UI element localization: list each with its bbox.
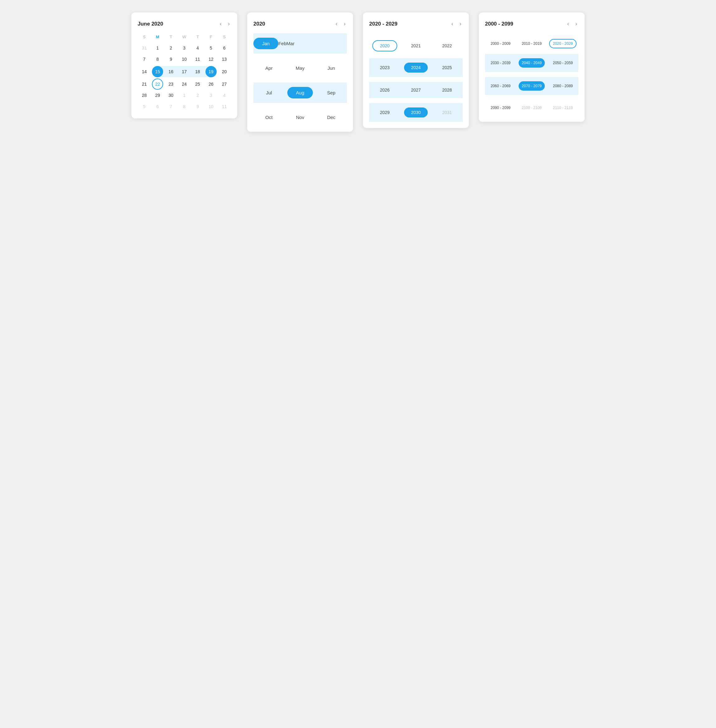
next-month-button[interactable]: › [227,20,231,28]
dow-mon: M [151,33,164,41]
month-apr[interactable]: Apr [253,60,285,76]
month-nov[interactable]: Nov [285,109,316,126]
year-2026[interactable]: 2026 [369,83,400,97]
year-2025[interactable]: 2025 [431,59,463,76]
day-7[interactable]: 7 [138,53,150,65]
next-decade-button[interactable]: › [458,20,463,28]
day-31-prev[interactable]: 31 [138,43,150,53]
day-9-next[interactable]: 9 [192,101,203,112]
next-century-button[interactable]: › [574,20,578,28]
day-12[interactable]: 12 [205,53,217,65]
year-2020[interactable]: 2020 [369,36,400,56]
century-2010-2019[interactable]: 2010 - 2019 [516,36,547,52]
prev-decade-button[interactable]: ‹ [450,20,455,28]
century-2000-2009[interactable]: 2000 - 2009 [485,36,516,52]
century-2060-2069[interactable]: 2060 - 2069 [485,78,516,94]
day-22[interactable]: 22 [152,79,163,90]
century-row-1: 2000 - 2009 2010 - 2019 2020 - 2029 [485,33,578,54]
month-jun[interactable]: Jun [316,60,347,76]
month-dec[interactable]: Dec [316,109,347,126]
dow-sun: S [138,33,151,41]
month-jan[interactable]: Jan [253,35,278,52]
day-18[interactable]: 18 [191,66,204,77]
day-7-next[interactable]: 7 [165,101,176,112]
dow-tue: T [164,33,178,41]
day-21[interactable]: 21 [138,79,150,90]
day-29[interactable]: 29 [152,90,163,101]
day-30[interactable]: 30 [165,90,176,101]
day-6[interactable]: 6 [219,43,230,53]
month-mar[interactable]: Mar [287,35,294,52]
day-16[interactable]: 16 [164,66,178,77]
day-25[interactable]: 25 [192,79,203,90]
month-may[interactable]: May [285,60,316,76]
year-2027[interactable]: 2027 [400,83,431,97]
day-17[interactable]: 17 [178,66,191,77]
month-sep[interactable]: Sep [316,84,347,102]
day-11-next[interactable]: 11 [219,101,230,112]
day-5[interactable]: 5 [205,43,217,53]
month-aug[interactable]: Aug [285,84,316,102]
week-5: 28 29 30 1 2 3 4 [138,90,231,101]
century-picker-nav: ‹ › [566,20,578,28]
day-4[interactable]: 4 [192,43,203,53]
week-6: 5 6 7 8 9 10 11 [138,101,231,112]
month-row-1: Jan Feb Mar [253,33,347,53]
day-19[interactable]: 19 [204,66,218,77]
prev-year-button[interactable]: ‹ [334,20,339,28]
day-2-next[interactable]: 2 [192,90,203,101]
day-2[interactable]: 2 [165,43,176,53]
next-year-button[interactable]: › [343,20,347,28]
century-2070-2079[interactable]: 2070 - 2079 [516,78,547,94]
century-2020-2029[interactable]: 2020 - 2029 [547,36,578,52]
day-8[interactable]: 8 [152,53,163,65]
year-2029[interactable]: 2029 [369,104,400,120]
day-9[interactable]: 9 [165,53,176,65]
day-20[interactable]: 20 [218,66,231,77]
dow-wed: W [178,33,191,41]
day-8-next[interactable]: 8 [179,101,190,112]
century-2110-2119[interactable]: 2110 - 2119 [547,101,578,114]
day-28[interactable]: 28 [138,90,150,101]
century-2040-2049[interactable]: 2040 - 2049 [516,55,547,71]
month-feb[interactable]: Feb [278,35,287,52]
day-27[interactable]: 27 [219,79,230,90]
prev-month-button[interactable]: ‹ [218,20,223,28]
year-2021[interactable]: 2021 [400,36,431,56]
day-13[interactable]: 13 [219,53,230,65]
year-row-1: 2020 2021 2022 [369,33,463,58]
day-3-next[interactable]: 3 [205,90,217,101]
day-26[interactable]: 26 [205,79,217,90]
days-of-week-row: S M T W T F S [138,33,231,41]
year-2028[interactable]: 2028 [431,83,463,97]
day-10[interactable]: 10 [179,53,190,65]
day-6-next[interactable]: 6 [152,101,163,112]
day-10-next[interactable]: 10 [205,101,217,112]
month-oct[interactable]: Oct [253,109,285,126]
day-24[interactable]: 24 [179,79,190,90]
year-2023[interactable]: 2023 [369,59,400,76]
day-3[interactable]: 3 [179,43,190,53]
month-picker-2020: 2020 ‹ › Jan Feb Mar Apr May Jun Jul Aug… [247,12,353,132]
year-2030[interactable]: 2030 [400,104,431,120]
day-11[interactable]: 11 [192,53,203,65]
century-2100-2109[interactable]: 2100 - 2109 [516,101,547,114]
century-picker-2000-2099: 2000 - 2099 ‹ › 2000 - 2009 2010 - 2019 … [479,12,585,122]
day-1-next[interactable]: 1 [179,90,190,101]
year-2031[interactable]: 2031 [431,104,463,120]
day-15[interactable]: 15 [151,66,164,77]
day-23[interactable]: 23 [165,79,176,90]
year-2024[interactable]: 2024 [400,59,431,76]
day-1[interactable]: 1 [152,43,163,53]
day-5-next[interactable]: 5 [138,101,150,112]
century-2030-2039[interactable]: 2030 - 2039 [485,55,516,71]
century-2050-2059[interactable]: 2050 - 2059 [547,55,578,71]
century-2080-2089[interactable]: 2080 - 2089 [547,78,578,94]
century-2090-2099[interactable]: 2090 - 2099 [485,101,516,114]
day-4-next[interactable]: 4 [219,90,230,101]
day-14[interactable]: 14 [138,66,151,77]
prev-century-button[interactable]: ‹ [566,20,570,28]
century-row-2: 2030 - 2039 2040 - 2049 2050 - 2059 [485,54,578,72]
year-2022[interactable]: 2022 [431,36,463,56]
month-jul[interactable]: Jul [253,84,285,102]
